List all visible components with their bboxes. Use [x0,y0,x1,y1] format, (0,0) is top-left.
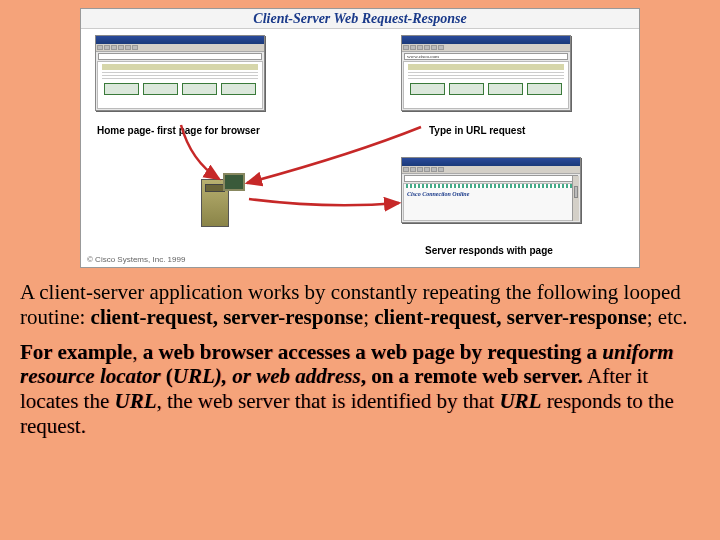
bold-italic-text: or web address [232,364,360,388]
bold-text: a web browser accesses a web page by req… [143,340,603,364]
browser-address-bar: www.cisco.com [404,53,568,60]
browser-toolbar [96,44,264,52]
explanation-text: A client-server application works by con… [0,274,720,455]
browser-titlebar [96,36,264,44]
paragraph-2: For example, a web browser accesses a we… [20,340,700,439]
bold-text: ( [161,364,173,388]
scrollbar [572,176,579,221]
browser-home-page [95,35,265,111]
bold-text: client-request, server-response [374,305,647,329]
bold-italic-text: URL [499,389,541,413]
text: , the web server that is identified by t… [156,389,499,413]
browser-address-bar [98,53,262,60]
caption-server-response: Server responds with page [425,245,553,256]
bold-text: , on a remote web server. [361,364,583,388]
bold-italic-text: ), [215,364,233,388]
browser-content [403,61,569,109]
arrow-server-to-response [247,191,407,221]
text: ; [363,305,374,329]
bold-text: client-request, server-response [91,305,364,329]
browser-content [97,61,263,109]
browser-titlebar [402,36,570,44]
diagram-panel: Client-Server Web Request-Response www.c… [80,8,640,268]
bold-italic-text: URL [173,364,215,388]
text: ; etc. [647,305,688,329]
paragraph-1: A client-server application works by con… [20,280,700,330]
browser-url-request: www.cisco.com [401,35,571,111]
bold-italic-text: URL [114,389,156,413]
diagram-body: www.cisco.com Cisco Connection Online Ho… [81,31,639,267]
arrow-url-to-server [241,125,431,195]
browser-toolbar [402,44,570,52]
bold-text: For example [20,340,132,364]
text: , [132,340,143,364]
caption-url-request: Type in URL request [429,125,525,136]
diagram-title: Client-Server Web Request-Response [81,9,639,29]
copyright-text: © Cisco Systems, Inc. 1999 [87,255,185,264]
